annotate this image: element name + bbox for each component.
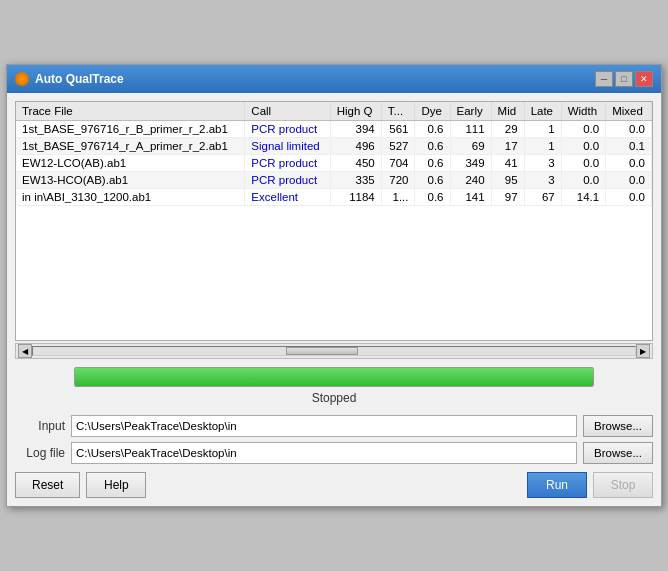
cell-t: 704 [381, 155, 415, 172]
cell-width: 0.0 [561, 121, 605, 138]
cell-mixed: 0.0 [606, 121, 652, 138]
cell-dye: 0.6 [415, 121, 450, 138]
scroll-track[interactable] [32, 346, 636, 356]
cell-width: 14.1 [561, 189, 605, 206]
title-bar: Auto QualTrace ─ □ ✕ [7, 65, 661, 93]
cell-mid: 29 [491, 121, 524, 138]
cell-call: PCR product [245, 121, 330, 138]
cell-dye: 0.6 [415, 138, 450, 155]
log-browse-button[interactable]: Browse... [583, 442, 653, 464]
cell-trace_file: 1st_BASE_976714_r_A_primer_r_2.ab1 [16, 138, 245, 155]
cell-call: PCR product [245, 155, 330, 172]
progress-bar-container [74, 367, 594, 387]
cell-dye: 0.6 [415, 155, 450, 172]
cell-width: 0.0 [561, 155, 605, 172]
cell-t: 1... [381, 189, 415, 206]
cell-early: 111 [450, 121, 491, 138]
col-late: Late [524, 102, 561, 121]
left-buttons: Reset Help [15, 472, 146, 498]
col-early: Early [450, 102, 491, 121]
cell-early: 240 [450, 172, 491, 189]
cell-late: 67 [524, 189, 561, 206]
progress-section: Stopped [15, 367, 653, 405]
app-icon [15, 72, 29, 86]
run-button[interactable]: Run [527, 472, 587, 498]
table-row: in in\ABI_3130_1200.ab1Excellent11841...… [16, 189, 652, 206]
reset-button[interactable]: Reset [15, 472, 80, 498]
cell-trace_file: 1st_BASE_976716_r_B_primer_r_2.ab1 [16, 121, 245, 138]
cell-t: 561 [381, 121, 415, 138]
minimize-button[interactable]: ─ [595, 71, 613, 87]
col-mid: Mid [491, 102, 524, 121]
cell-high_q: 450 [330, 155, 381, 172]
cell-early: 141 [450, 189, 491, 206]
table-row: EW12-LCO(AB).ab1PCR product4507040.63494… [16, 155, 652, 172]
cell-width: 0.0 [561, 138, 605, 155]
cell-trace_file: EW12-LCO(AB).ab1 [16, 155, 245, 172]
title-bar-left: Auto QualTrace [15, 72, 124, 86]
cell-call: Excellent [245, 189, 330, 206]
cell-late: 3 [524, 172, 561, 189]
col-width: Width [561, 102, 605, 121]
cell-call: Signal limited [245, 138, 330, 155]
cell-call: PCR product [245, 172, 330, 189]
table-row: 1st_BASE_976716_r_B_primer_r_2.ab1PCR pr… [16, 121, 652, 138]
cell-mixed: 0.1 [606, 138, 652, 155]
table-header-row: Trace File Call High Q T... Dye Early Mi… [16, 102, 652, 121]
cell-dye: 0.6 [415, 172, 450, 189]
horizontal-scrollbar[interactable]: ◀ ▶ [15, 343, 653, 359]
cell-late: 3 [524, 155, 561, 172]
cell-t: 720 [381, 172, 415, 189]
cell-early: 349 [450, 155, 491, 172]
scroll-left-arrow[interactable]: ◀ [18, 344, 32, 358]
scroll-right-arrow[interactable]: ▶ [636, 344, 650, 358]
col-call: Call [245, 102, 330, 121]
cell-trace_file: EW13-HCO(AB).ab1 [16, 172, 245, 189]
window-content: Trace File Call High Q T... Dye Early Mi… [7, 93, 661, 506]
input-row: Input Browse... [15, 415, 653, 437]
main-window: Auto QualTrace ─ □ ✕ Trace File Call Hig… [6, 64, 662, 507]
col-mixed: Mixed [606, 102, 652, 121]
cell-early: 69 [450, 138, 491, 155]
form-section: Input Browse... Log file Browse... [15, 415, 653, 464]
cell-mid: 41 [491, 155, 524, 172]
table-row: 1st_BASE_976714_r_A_primer_r_2.ab1Signal… [16, 138, 652, 155]
help-button[interactable]: Help [86, 472, 146, 498]
cell-mid: 97 [491, 189, 524, 206]
col-dye: Dye [415, 102, 450, 121]
cell-t: 527 [381, 138, 415, 155]
table-row: EW13-HCO(AB).ab1PCR product3357200.62409… [16, 172, 652, 189]
results-table-container: Trace File Call High Q T... Dye Early Mi… [15, 101, 653, 341]
cell-dye: 0.6 [415, 189, 450, 206]
log-row: Log file Browse... [15, 442, 653, 464]
title-controls: ─ □ ✕ [595, 71, 653, 87]
stop-button[interactable]: Stop [593, 472, 653, 498]
progress-status-label: Stopped [312, 391, 357, 405]
window-title: Auto QualTrace [35, 72, 124, 86]
progress-bar-fill [75, 368, 593, 386]
maximize-button[interactable]: □ [615, 71, 633, 87]
input-browse-button[interactable]: Browse... [583, 415, 653, 437]
cell-high_q: 394 [330, 121, 381, 138]
col-trace-file: Trace File [16, 102, 245, 121]
button-row: Reset Help Run Stop [15, 472, 653, 498]
input-field[interactable] [71, 415, 577, 437]
log-field[interactable] [71, 442, 577, 464]
cell-late: 1 [524, 121, 561, 138]
cell-mixed: 0.0 [606, 155, 652, 172]
table-wrapper[interactable]: Trace File Call High Q T... Dye Early Mi… [16, 102, 652, 340]
scroll-thumb[interactable] [286, 347, 358, 355]
col-high-q: High Q [330, 102, 381, 121]
cell-mid: 95 [491, 172, 524, 189]
cell-width: 0.0 [561, 172, 605, 189]
results-table: Trace File Call High Q T... Dye Early Mi… [16, 102, 652, 206]
input-label: Input [15, 419, 65, 433]
cell-mid: 17 [491, 138, 524, 155]
close-button[interactable]: ✕ [635, 71, 653, 87]
cell-mixed: 0.0 [606, 189, 652, 206]
log-label: Log file [15, 446, 65, 460]
right-buttons: Run Stop [527, 472, 653, 498]
cell-high_q: 1184 [330, 189, 381, 206]
cell-high_q: 496 [330, 138, 381, 155]
cell-high_q: 335 [330, 172, 381, 189]
